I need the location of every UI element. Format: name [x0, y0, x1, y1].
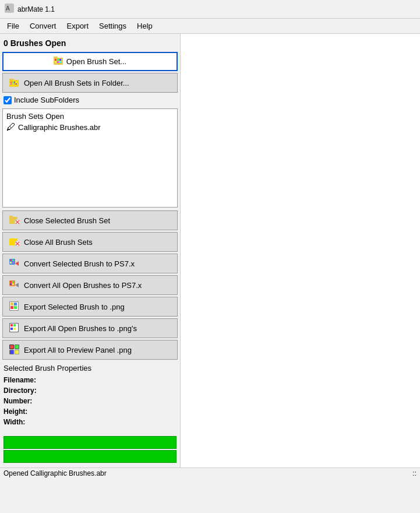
progress-bar-1: [3, 436, 177, 449]
resize-icon: ::: [412, 469, 417, 477]
brushes-open-label: 0 Brushes Open: [2, 37, 178, 50]
export-selected-icon: [8, 300, 22, 314]
svg-rect-45: [10, 303, 13, 305]
export-all-label: Export All Open Brushes to .png's: [24, 324, 137, 333]
properties-title: Selected Brush Properties: [3, 364, 177, 373]
svg-rect-46: [14, 303, 17, 305]
export-all-icon: [8, 321, 22, 335]
export-selected-button[interactable]: Export Selected Brush to .png: [2, 297, 178, 317]
close-selected-label: Close Selected Brush Set: [24, 216, 110, 225]
svg-rect-22: [9, 216, 13, 218]
svg-rect-6: [59, 59, 61, 61]
open-brush-icon: [54, 55, 64, 68]
svg-rect-13: [10, 82, 12, 83]
open-brush-set-button[interactable]: Open Brush Set...: [2, 52, 178, 71]
close-all-label: Close All Brush Sets: [24, 238, 93, 247]
menu-help[interactable]: Help: [132, 20, 157, 32]
open-all-brush-sets-label: Open All Brush Sets in Folder...: [24, 79, 129, 87]
menu-bar: File Convert Export Settings Help: [0, 19, 420, 34]
app-title: abrMate 1.1: [17, 5, 55, 13]
close-selected-brush-set-button[interactable]: Close Selected Brush Set: [2, 210, 178, 230]
prop-height-label: Height:: [3, 406, 44, 417]
svg-marker-36: [15, 261, 19, 266]
svg-rect-14: [12, 82, 13, 83]
svg-marker-42: [15, 283, 19, 287]
svg-rect-61: [10, 350, 13, 354]
open-brush-set-label: Open Brush Set...: [66, 57, 126, 66]
svg-rect-52: [13, 324, 16, 326]
export-selected-label: Export Selected Brush to .png: [24, 303, 125, 311]
svg-rect-53: [10, 328, 13, 330]
svg-rect-59: [10, 345, 13, 349]
left-panel: 0 Brushes Open Open Brush Set...: [0, 34, 181, 468]
svg-rect-62: [15, 350, 19, 354]
brush-item-icon: 🖊: [6, 122, 16, 132]
svg-rect-39: [12, 281, 14, 283]
status-bar: Opened Calligraphic Brushes.abr ::: [0, 468, 420, 479]
svg-rect-9: [59, 61, 61, 63]
include-subfolders-row: Include SubFolders: [2, 94, 178, 106]
title-bar: A abrMate 1.1: [0, 0, 420, 19]
menu-export[interactable]: Export: [62, 20, 93, 32]
svg-rect-48: [14, 306, 17, 309]
svg-rect-17: [10, 83, 12, 85]
svg-rect-3: [54, 57, 58, 59]
brush-item-label: Calligraphic Brushes.abr: [18, 123, 101, 132]
brush-sets-list-header: Brush Sets Open: [5, 111, 175, 121]
menu-file[interactable]: File: [2, 20, 24, 32]
prop-directory-label: Directory:: [3, 385, 44, 396]
svg-rect-38: [10, 281, 12, 283]
properties-section: Selected Brush Properties Filename: Dire…: [2, 361, 178, 430]
convert-all-icon: [8, 278, 22, 292]
include-subfolders-checkbox[interactable]: [3, 96, 12, 104]
svg-rect-40: [10, 283, 12, 285]
convert-all-button[interactable]: Convert All Open Brushes to PS7.x: [2, 275, 178, 295]
svg-rect-51: [10, 324, 13, 326]
svg-rect-18: [12, 83, 13, 85]
prop-filename-row: Filename:: [3, 375, 177, 385]
svg-rect-15: [14, 82, 15, 83]
status-text: Opened Calligraphic Brushes.abr: [3, 469, 107, 477]
brush-sets-list[interactable]: Brush Sets Open 🖊 Calligraphic Brushes.a…: [2, 108, 178, 208]
svg-rect-54: [13, 328, 16, 330]
include-subfolders-label[interactable]: Include SubFolders: [14, 96, 79, 104]
svg-rect-60: [15, 345, 19, 349]
app-icon: A: [5, 3, 14, 15]
svg-rect-32: [10, 259, 12, 261]
open-all-brush-sets-button[interactable]: Open All Brush Sets in Folder...: [2, 73, 178, 93]
convert-all-label: Convert All Open Brushes to PS7.x: [24, 281, 142, 290]
right-panel: [181, 34, 420, 468]
svg-text:A: A: [6, 5, 10, 12]
prop-filename-label: Filename:: [3, 375, 44, 385]
svg-rect-34: [10, 262, 12, 263]
prop-height-row: Height:: [3, 406, 177, 417]
close-selected-icon: [8, 213, 22, 227]
menu-settings[interactable]: Settings: [94, 20, 131, 32]
close-all-icon: [8, 235, 22, 249]
prop-width-label: Width:: [3, 417, 44, 427]
menu-convert[interactable]: Convert: [25, 20, 61, 32]
convert-selected-button[interactable]: Convert Selected Brush to PS7.x: [2, 254, 178, 273]
svg-rect-35: [12, 262, 14, 263]
convert-selected-label: Convert Selected Brush to PS7.x: [24, 259, 135, 268]
prop-number-label: Number:: [3, 396, 44, 406]
export-preview-label: Export All to Preview Panel .png: [24, 346, 132, 354]
svg-rect-7: [55, 61, 57, 63]
prop-width-row: Width:: [3, 417, 177, 427]
svg-rect-19: [14, 83, 15, 85]
open-all-icon: [8, 76, 22, 90]
svg-rect-4: [55, 59, 57, 61]
export-preview-icon: [8, 343, 22, 357]
export-preview-button[interactable]: Export All to Preview Panel .png: [2, 340, 178, 360]
prop-directory-row: Directory:: [3, 385, 177, 396]
export-all-button[interactable]: Export All Open Brushes to .png's: [2, 318, 178, 338]
svg-rect-41: [12, 283, 14, 285]
prop-number-row: Number:: [3, 396, 177, 406]
svg-rect-33: [12, 259, 14, 261]
svg-rect-47: [10, 306, 13, 309]
close-all-brush-sets-button[interactable]: Close All Brush Sets: [2, 232, 178, 252]
list-item[interactable]: 🖊 Calligraphic Brushes.abr: [5, 121, 175, 133]
svg-rect-16: [16, 82, 17, 83]
svg-rect-5: [57, 59, 59, 61]
svg-rect-8: [57, 61, 59, 63]
